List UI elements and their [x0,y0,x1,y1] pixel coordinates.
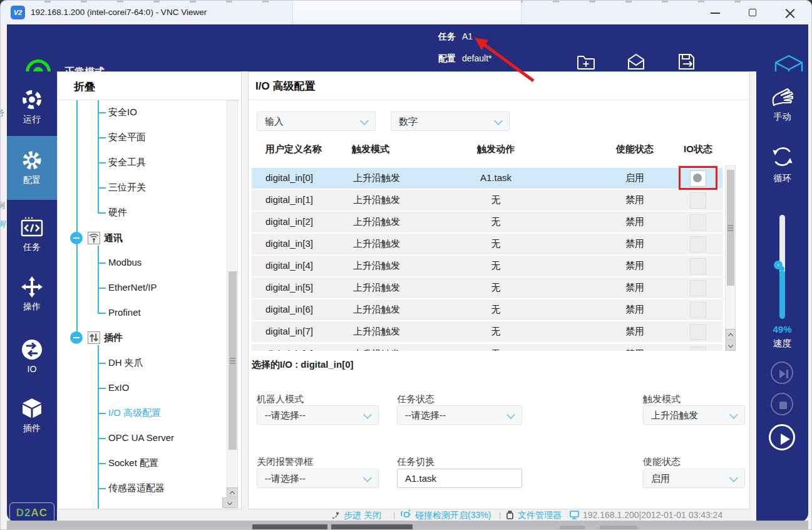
tree-item-hardware[interactable]: 硬件 [108,207,127,219]
cell-trigger-mode: 上升沿触发 [353,260,400,272]
io-state-indicator[interactable] [690,236,706,252]
cell-trigger-mode: 上升沿触发 [353,304,400,316]
tree-tick [98,313,106,314]
collapse-node-icon[interactable] [70,331,83,344]
manual-mode-button[interactable]: 手动 [756,86,808,123]
io-state-indicator[interactable] [690,302,706,318]
robot-mode-select[interactable]: --请选择-- [257,405,379,425]
separator: | [499,510,501,519]
table-scrollbar-thumb[interactable] [727,170,734,286]
speed-slider-handle[interactable] [774,261,783,269]
left-sidebar: 运行 配置 任务 操作 IO 插件 D2AC [7,71,57,522]
step-mode-status[interactable]: 步进 关闭 [344,510,381,521]
sidebar-item-io[interactable]: IO [7,338,57,374]
io-state-indicator[interactable] [690,324,706,340]
collapse-node-icon[interactable] [70,232,83,244]
tree-item-ethernet-ip[interactable]: EtherNet/IP [108,282,157,293]
io-state-indicator[interactable] [690,346,706,351]
tree-item-safety-io[interactable]: 安全IO [108,107,137,118]
chevron-down-icon [506,410,515,419]
tree-collapse-header[interactable]: 折叠 [74,80,95,94]
sidebar-item-plugin[interactable]: 插件 [7,397,57,434]
close-alarm-popup-label: 关闭报警弹框 [257,456,313,468]
table-scroll-down-button[interactable] [726,340,736,351]
minimize-button[interactable] [711,13,720,14]
tree-scrollbar[interactable] [227,100,238,507]
tree-scroll-down-button[interactable] [222,497,238,508]
tree-group-plugin[interactable]: 插件 [104,332,123,344]
table-row[interactable]: digital_in[7] 上升沿触发 无 禁用 [252,321,722,342]
divider [58,100,242,100]
table-row[interactable]: digital_in[6] 上升沿触发 无 禁用 [252,299,722,320]
table-row[interactable]: digital_in[4] 上升沿触发 无 禁用 [252,256,722,276]
cell-enable: 禁用 [604,238,666,250]
cutoff-fragment [252,524,327,530]
cell-enable: 禁用 [604,282,666,294]
tree-tick [98,137,106,138]
speed-slider-fill[interactable] [779,271,785,319]
table-row[interactable]: digital_in[5] 上升沿触发 无 禁用 [252,278,722,298]
loop-mode-button[interactable]: 循环 [756,143,808,184]
table-row[interactable]: digital_in[1] 上升沿触发 无 禁用 [252,190,722,210]
tree-scroll-up-button[interactable] [227,487,238,497]
trigger-mode-select[interactable]: 上升沿触发 [643,405,745,425]
sidebar-item-run[interactable]: 运行 [7,88,57,125]
tree-item-opc-ua-server[interactable]: OPC UA Server [108,432,174,443]
close-button[interactable] [785,8,794,18]
tree-item-modbus[interactable]: Modbus [108,257,141,268]
cell-action: 无 [433,282,558,294]
play-button[interactable] [769,424,795,450]
loop-label: 循环 [774,173,791,183]
tree-item-three-pos-switch[interactable]: 三位开关 [108,182,146,194]
sidebar-item-operate[interactable]: 操作 [7,276,57,313]
maximize-button[interactable] [749,9,756,16]
tree-tick [98,212,106,214]
table-scrollbar[interactable] [725,165,736,351]
cell-trigger-mode: 上升沿触发 [353,216,400,228]
cell-name: digital_in[7] [265,326,313,336]
io-state-indicator[interactable] [690,258,706,274]
task-state-label: 任务状态 [397,393,434,405]
tree-item-io-advanced-config[interactable]: I/O 高级配置 [108,407,161,419]
table-row[interactable]: digital_in[2] 上升沿触发 无 禁用 [252,212,722,232]
sidebar-item-label: 任务 [23,242,41,252]
tree-tick [98,388,106,389]
speed-label: 速度 [756,338,808,350]
cell-name: digital_in[5] [265,282,313,293]
sidebar-item-config[interactable]: 配置 [7,149,57,186]
io-type-select[interactable]: 数字 [391,112,510,131]
tree-item-safety-tool[interactable]: 安全工具 [108,157,146,169]
enable-state-select[interactable]: 启用 [643,469,745,488]
io-direction-select[interactable]: 输入 [257,112,376,131]
sidebar-item-task[interactable]: 任务 [7,216,57,253]
desktop-bottom-strip [7,521,808,530]
stop-icon [772,394,794,417]
tree-item-safety-plane[interactable]: 安全平面 [108,132,146,143]
cell-enable: 禁用 [604,216,666,228]
tree-scrollbar-thumb[interactable] [229,271,237,450]
stop-button[interactable] [771,393,793,415]
table-row[interactable]: digital_in[3] 上升沿触发 无 禁用 [252,234,722,254]
tree-group-comm[interactable]: 通讯 [104,232,123,244]
close-alarm-popup-select[interactable]: --请选择-- [257,469,379,488]
io-state-indicator[interactable] [690,214,706,231]
open-file-icon [616,52,656,72]
io-state-indicator[interactable] [690,192,706,209]
tree-branch-line [98,345,99,509]
d2ac-button[interactable]: D2AC [9,502,54,522]
tree-item-exio[interactable]: ExIO [108,382,129,393]
io-state-indicator[interactable] [690,280,706,296]
tree-item-profinet[interactable]: Profinet [108,307,141,318]
file-manager-link[interactable]: 文件管理器 [518,510,562,521]
table-scroll-up-button[interactable] [726,329,736,340]
tree-item-socket-config[interactable]: Socket 配置 [108,457,158,469]
tree-item-sensor-adapter[interactable]: 传感器适配器 [108,482,165,494]
collision-detect-status[interactable]: 碰撞检测开启(33%) [415,510,491,521]
task-state-select[interactable]: --请选择-- [397,405,522,425]
table-row[interactable]: digital_in[0] 上升沿触发 A1.task 启用 [252,168,722,189]
step-forward-button[interactable] [771,361,793,384]
tree-item-dh-gripper[interactable]: DH 夹爪 [108,357,143,369]
table-row[interactable]: digital_in[8] 上升沿触发 无 禁用 [252,344,722,351]
task-switch-input[interactable]: A1.task [397,469,522,488]
cell-action: 无 [433,326,558,338]
